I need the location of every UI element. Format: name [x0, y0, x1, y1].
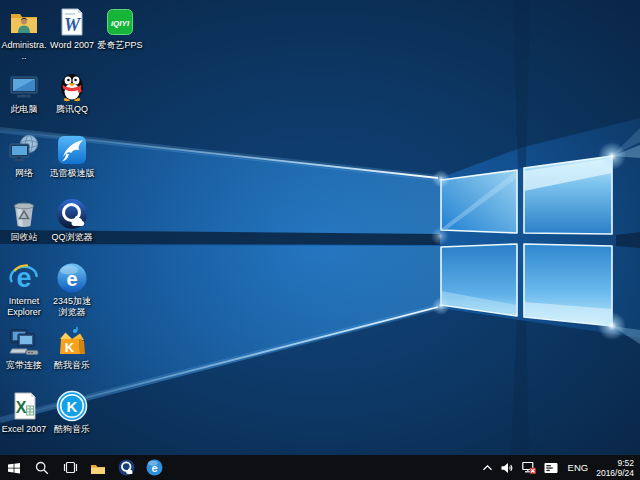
this-pc-icon	[8, 70, 40, 102]
icon-label: 酷狗音乐	[54, 424, 90, 435]
chevron-up-icon	[482, 464, 493, 472]
windows-logo-icon	[7, 461, 21, 475]
clock[interactable]: 9:52 2016/9/24	[594, 458, 640, 478]
network-status-button[interactable]	[518, 455, 540, 480]
desktop-icon-thunder[interactable]: 迅雷极速版	[49, 134, 95, 179]
icon-label: 爱奇艺PPS	[97, 40, 142, 51]
qq-browser-icon	[56, 198, 88, 230]
file-explorer-icon	[90, 461, 106, 475]
icon-label: 酷我音乐	[54, 360, 90, 371]
desktop-icon-network[interactable]: 网络	[1, 134, 47, 179]
desktop-icon-administrator[interactable]: Administra...	[1, 6, 47, 61]
ime-keyboard-icon	[544, 462, 558, 474]
icon-label: 迅雷极速版	[50, 168, 95, 179]
clock-time: 9:52	[617, 458, 634, 468]
kuwo-music-icon: K	[56, 326, 88, 358]
language-indicator[interactable]: ENG	[562, 455, 595, 480]
search-icon	[35, 461, 49, 475]
desktop-icon-broadband[interactable]: 宽带连接	[1, 326, 47, 371]
kugou-music-icon: K	[56, 390, 88, 422]
recycle-bin-icon	[8, 198, 40, 230]
word-2007-icon: W	[56, 6, 88, 38]
ime-button[interactable]	[540, 455, 562, 480]
internet-explorer-icon: e	[8, 262, 40, 294]
search-button[interactable]	[28, 455, 56, 480]
tencent-qq-icon	[56, 70, 88, 102]
desktop-icon-2345-browser[interactable]: e 2345加速浏览器	[49, 262, 95, 317]
network-icon	[8, 134, 40, 166]
broadband-connection-icon	[8, 326, 40, 358]
desktop-icon-kugou-music[interactable]: K 酷狗音乐	[49, 390, 95, 435]
icon-label: Excel 2007	[2, 424, 47, 435]
icon-label: 网络	[15, 168, 33, 179]
svg-text:X: X	[16, 399, 27, 416]
qq-browser-taskbar-button[interactable]	[112, 455, 140, 480]
svg-text:K: K	[67, 398, 78, 415]
2345-browser-icon: e	[56, 262, 88, 294]
icon-label: Administra...	[1, 40, 47, 61]
start-button[interactable]	[0, 455, 28, 480]
desktop-icon-excel[interactable]: X Excel 2007	[1, 390, 47, 435]
volume-button[interactable]	[497, 455, 518, 480]
icon-label: QQ浏览器	[51, 232, 92, 243]
wallpaper	[0, 0, 640, 455]
task-view-button[interactable]	[56, 455, 84, 480]
task-view-icon	[63, 461, 78, 474]
icon-label: 回收站	[11, 232, 38, 243]
icon-label: 宽带连接	[6, 360, 42, 371]
desktop-icon-tencent-qq[interactable]: 腾讯QQ	[49, 70, 95, 115]
taskbar: e	[0, 455, 640, 480]
icon-label: Word 2007	[50, 40, 94, 51]
svg-text:iQIYI: iQIYI	[111, 19, 130, 28]
clock-date: 2016/9/24	[596, 468, 634, 478]
svg-text:e: e	[66, 268, 77, 290]
desktop-icon-recycle-bin[interactable]: 回收站	[1, 198, 47, 243]
iqiyi-pps-icon: iQIYI	[104, 6, 136, 38]
excel-2007-icon: X	[8, 390, 40, 422]
qq-browser-icon	[118, 459, 135, 476]
desktop-icon-iqiyi-pps[interactable]: iQIYI 爱奇艺PPS	[97, 6, 143, 51]
svg-text:e: e	[151, 462, 157, 474]
desktop-icon-this-pc[interactable]: 此电脑	[1, 70, 47, 115]
icon-label: 此电脑	[11, 104, 38, 115]
administrator-folder-icon	[8, 6, 40, 38]
desktop-icon-kuwo-music[interactable]: K 酷我音乐	[49, 326, 95, 371]
network-disconnected-icon	[522, 461, 536, 474]
2345-browser-icon: e	[146, 459, 163, 476]
windows-10-desktop: Administra... 此电脑	[0, 0, 640, 480]
desktop-icon-word[interactable]: W Word 2007	[49, 6, 95, 51]
file-explorer-button[interactable]	[84, 455, 112, 480]
desktop-icon-internet-explorer[interactable]: e Internet Explorer	[1, 262, 47, 317]
icon-label: 2345加速浏览器	[49, 296, 95, 317]
tray-overflow-button[interactable]	[478, 455, 497, 480]
svg-text:K: K	[65, 340, 75, 355]
svg-text:W: W	[64, 15, 82, 35]
speaker-icon	[501, 462, 514, 474]
wallpaper-hero-art	[0, 0, 640, 455]
thunder-speed-icon	[56, 134, 88, 166]
desktop-icon-qq-browser[interactable]: QQ浏览器	[49, 198, 95, 243]
2345-browser-taskbar-button[interactable]: e	[140, 455, 168, 480]
icon-label: 腾讯QQ	[56, 104, 88, 115]
icon-label: Internet Explorer	[1, 296, 47, 317]
system-tray: ENG 9:52 2016/9/24	[478, 455, 640, 480]
